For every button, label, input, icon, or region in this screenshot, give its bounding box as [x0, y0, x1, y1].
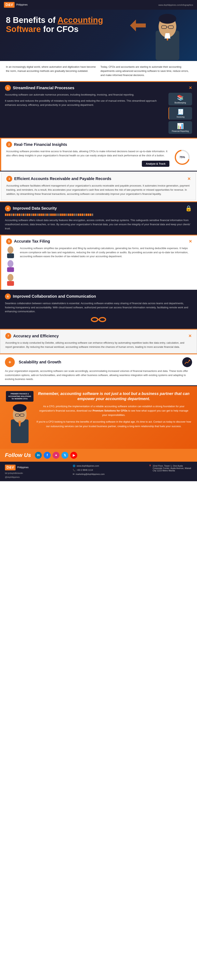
- benefit-8-section: + Scalability and Growth As your organiz…: [0, 354, 197, 385]
- chain-link-icon: [5, 316, 192, 325]
- cta-section: PREMIER FINANCE & ACCOUNTING SOLUTIONS f…: [0, 386, 197, 449]
- footer-website: www.dvphilippines.com: [77, 465, 99, 467]
- sec-bar-12: [27, 213, 28, 216]
- footer-dvp-handle: @dvphilippines: [5, 476, 28, 478]
- instagram-icon[interactable]: ●: [53, 452, 60, 459]
- premier-badge: PREMIER FINANCE & ACCOUNTING SOLUTIONS f…: [6, 391, 33, 402]
- benefit-2-number: 2: [6, 142, 12, 148]
- hero-section: 8 Benefits of Accounting Software for CF…: [0, 10, 197, 61]
- globe-icon: 🌐: [73, 465, 76, 467]
- svg-point-19: [99, 318, 106, 321]
- benefit-5-section: 5 Accurate Tax Filing ✕ Accounting softw…: [0, 235, 197, 290]
- invoicing-label: Invoicing: [170, 116, 191, 118]
- benefit-7-text: According to a study conducted by Deloit…: [5, 341, 192, 349]
- svg-point-24: [13, 404, 27, 412]
- footer-email: marketing@dvphilippines.com: [76, 473, 105, 475]
- sec-bar-36: [74, 213, 76, 216]
- hero-title-line2: Software: [6, 24, 41, 34]
- twitter-icon[interactable]: 𝕏: [61, 452, 68, 459]
- cta-inner: PREMIER FINANCE & ACCOUNTING SOLUTIONS f…: [6, 391, 191, 444]
- cta-title: Remember, accounting software is not jus…: [36, 391, 191, 401]
- benefit-7-text1: According to a study conducted by Deloit…: [5, 341, 192, 349]
- benefit-2-text: Accounting software provides real-time a…: [6, 150, 169, 167]
- security-bars: [5, 213, 192, 216]
- benefit-8-title: Scalability and Growth: [19, 360, 180, 364]
- benefit-1-number: 1: [5, 85, 11, 91]
- benefit-1-text1: Accounting software can automate numerou…: [5, 93, 164, 97]
- footer-bottom: D&V Philippines bit.ly/dvphillinkedin @d…: [0, 462, 197, 481]
- benefit-5-number: 5: [6, 239, 12, 244]
- benefit-7-close: ✕: [188, 334, 192, 338]
- benefit-4-number: 4: [5, 205, 11, 212]
- benefit-7-header: 7 Accuracy and Efficiency ✕: [5, 333, 192, 339]
- sec-bar-38: [78, 213, 79, 216]
- sec-bar-31: [64, 213, 66, 216]
- benefit-5-content: Accounting software simplifies tax prepa…: [6, 247, 192, 286]
- follow-us-title: Follow Us: [5, 452, 31, 458]
- plus-icon: +: [5, 357, 15, 367]
- email-icon: ✉: [73, 473, 74, 476]
- person-icon-1: [6, 247, 15, 258]
- sec-bar-2: [7, 213, 8, 216]
- sec-bar-5: [13, 213, 14, 216]
- benefit-3-text1: Accounting software facilitates efficien…: [6, 184, 191, 196]
- person-icon-2: [6, 260, 15, 272]
- benefit-7-title: Accuracy and Efficiency: [13, 334, 186, 338]
- svg-point-18: [91, 318, 98, 321]
- benefit-1-title: Streamlined Financial Processes: [13, 86, 187, 90]
- svg-point-14: [8, 260, 13, 267]
- sec-bar-27: [56, 213, 58, 216]
- logo-sub: Philippines: [16, 3, 28, 6]
- benefit-4-text1: Accounting software offers robust data s…: [5, 218, 192, 231]
- footer-left: D&V Philippines bit.ly/dvphillinkedin @d…: [5, 465, 28, 478]
- benefit-1-text: Accounting software can automate numerou…: [5, 93, 164, 134]
- sec-bar-21: [44, 213, 46, 216]
- cta-right: Remember, accounting software is not jus…: [36, 391, 191, 428]
- facebook-icon[interactable]: f: [44, 452, 50, 459]
- benefit-2-chart: 75%: [172, 150, 192, 165]
- youtube-icon[interactable]: ▶: [70, 452, 77, 459]
- benefit-2-content: Accounting software provides real-time a…: [6, 150, 192, 167]
- benefit-3-title: Efficient Accounts Receivable and Payabl…: [14, 177, 185, 181]
- benefit-2-section: 2 Real-Time Financial Insights Accountin…: [0, 138, 197, 171]
- hero-title-line3: for CFOs: [43, 24, 79, 34]
- linkedin-icon[interactable]: in: [35, 452, 42, 459]
- intro-para1: In an increasingly digital world, where …: [6, 65, 96, 73]
- benefit-3-section: 3 Efficient Accounts Receivable and Paya…: [1, 172, 196, 200]
- benefit-7-section: 7 Accuracy and Efficiency ✕ According to…: [0, 329, 197, 353]
- benefit-4-text: Accounting software offers robust data s…: [5, 218, 192, 231]
- footer-address: 22nd Floor, Tower 1, One Ayala Corporate…: [153, 465, 192, 472]
- sec-bar-25: [52, 213, 54, 216]
- footer-center: 🌐 www.dvphilippines.com 📞 +63 2 8846 111…: [73, 465, 105, 476]
- benefit-8-text: As your organization expands, accounting…: [5, 369, 192, 381]
- analyze-btn-container: Analyze & Track: [6, 161, 169, 167]
- sec-bar-17: [36, 213, 38, 216]
- bookkeeping-icon-card: 📚 Bookkeeping: [169, 93, 192, 105]
- svg-rect-17: [7, 281, 14, 286]
- sec-bar-13: [28, 213, 30, 216]
- sec-bar-11: [25, 213, 26, 216]
- footer-inner: D&V Philippines bit.ly/dvphillinkedin @d…: [5, 465, 192, 478]
- divider-3: [0, 171, 197, 172]
- sec-bar-41: [84, 213, 85, 216]
- sec-bar-29: [60, 213, 61, 216]
- header-url: www.dvphilippines.com/infographics: [158, 4, 193, 6]
- benefit-4-title: Improved Data Security: [13, 206, 183, 211]
- benefit-2-text1: Accounting software provides real-time a…: [6, 150, 169, 158]
- sec-bar-22: [46, 213, 48, 216]
- sec-bar-7: [17, 213, 18, 216]
- footer-logo-dv: D&V: [5, 465, 16, 470]
- benefit-1-section: 1 Streamlined Financial Processes ✕ Acco…: [0, 82, 197, 138]
- sec-bar-34: [70, 213, 71, 216]
- benefit-1-header: 1 Streamlined Financial Processes ✕: [5, 85, 192, 91]
- footer-website-row: 🌐 www.dvphilippines.com: [73, 465, 105, 467]
- cta-text1: As a CFO, prioritizing the implementatio…: [36, 404, 191, 417]
- footer-phone: +63 2 8846 1114: [77, 469, 93, 471]
- bookkeeping-label: Bookkeeping: [170, 102, 191, 104]
- footer-logo-row: D&V Philippines: [5, 465, 28, 470]
- benefit-5-close: ✕: [189, 239, 192, 244]
- sec-bar-9: [20, 213, 22, 216]
- intro-section: In an increasingly digital world, where …: [0, 61, 197, 81]
- analyze-track-button[interactable]: Analyze & Track: [142, 161, 169, 167]
- invoicing-icon-card: 🧾 Invoicing: [169, 107, 192, 119]
